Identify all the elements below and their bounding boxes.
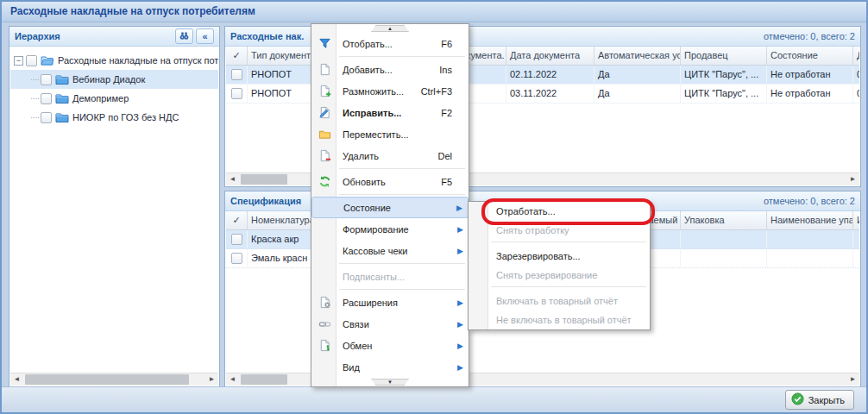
collapse-panel-button[interactable]: « xyxy=(196,28,214,44)
column-header[interactable]: Продавец xyxy=(681,47,767,65)
menu-item-label: Подписанты... xyxy=(343,272,457,282)
table-cell xyxy=(226,85,248,103)
column-header[interactable]: Автоматическая ус xyxy=(594,47,681,65)
menu-separator xyxy=(469,240,650,247)
column-header[interactable]: Д xyxy=(853,47,859,65)
menu-item-label: Расширения xyxy=(343,298,457,308)
menu-scroll-up[interactable]: ▲ xyxy=(311,24,469,33)
collapse-icon: « xyxy=(202,31,207,41)
table-cell xyxy=(767,249,853,267)
menu-item[interactable]: Состояние▶ xyxy=(311,197,469,218)
table-cell: ЦИТК "Парус", ... xyxy=(681,66,767,84)
table-cell xyxy=(226,66,248,84)
scroll-thumb[interactable] xyxy=(25,374,189,385)
tree-item[interactable]: Вебинар Диадок xyxy=(10,70,218,89)
move-icon xyxy=(313,128,336,141)
folder-closed-icon xyxy=(55,72,69,86)
menu-item[interactable]: Зарезервировать... xyxy=(469,247,650,266)
scroll-thumb[interactable] xyxy=(241,174,287,185)
state-submenu: Отработать...Снять отработкуЗарезервиров… xyxy=(468,201,651,330)
column-header[interactable]: Дата документа xyxy=(506,47,594,65)
menu-item-shortcut: Del xyxy=(437,151,452,161)
scroll-thumb[interactable] xyxy=(241,374,287,385)
bottom-bar: Закрыть xyxy=(2,386,866,412)
scroll-right-arrow[interactable]: ► xyxy=(205,373,218,386)
menu-item-label: Кассовые чеки xyxy=(343,246,457,256)
table-cell: Да xyxy=(594,85,681,103)
row-checkbox[interactable] xyxy=(231,69,242,80)
column-header[interactable]: И xyxy=(853,211,859,229)
table-cell: Не отработан xyxy=(767,66,853,84)
tree-item[interactable]: Демопример xyxy=(10,89,218,108)
menu-item[interactable]: Отработать... xyxy=(469,202,650,221)
tree-item-label: НИОКР по ГОЗ без НДС xyxy=(72,112,179,122)
menu-item: Не включать в товарный отчёт xyxy=(469,310,650,329)
menu-scroll-down[interactable]: ▼ xyxy=(311,378,469,386)
row-checkbox[interactable] xyxy=(231,88,242,99)
find-button[interactable] xyxy=(175,28,193,44)
duplicate-icon xyxy=(313,85,336,97)
column-header[interactable]: Состояние xyxy=(767,47,853,65)
menu-item[interactable]: Переместить... xyxy=(311,123,469,145)
menu-item[interactable]: Отобрать...F6 xyxy=(311,33,469,54)
menu-item-shortcut: F5 xyxy=(441,177,452,187)
tree-checkbox[interactable] xyxy=(41,74,52,85)
tree-expander[interactable]: − xyxy=(14,56,23,66)
menu-item[interactable]: Обмен▶ xyxy=(311,335,469,356)
context-menu: ▲Отобрать...F6Добавить...InsРазмножить..… xyxy=(311,23,469,387)
menu-item: Снять отработку xyxy=(469,221,650,240)
scroll-left-arrow[interactable]: ◄ xyxy=(226,373,239,386)
tree-checkbox[interactable] xyxy=(26,55,37,66)
table-cell: Не отработан xyxy=(767,85,853,103)
tree-connector xyxy=(31,117,39,118)
menu-item[interactable]: Расширения▶ xyxy=(311,292,469,313)
menu-item-label: Добавить... xyxy=(343,65,439,75)
menu-item[interactable]: УдалитьDel xyxy=(311,145,469,166)
menu-item-label: Снять отработку xyxy=(496,225,638,235)
refresh-icon xyxy=(313,175,336,188)
menu-item: Снять резервирование xyxy=(469,266,650,285)
specification-counter: отмечено: 0, всего: 2 xyxy=(764,196,855,206)
column-header[interactable]: Наименование упа xyxy=(767,211,853,229)
links-icon xyxy=(313,317,336,330)
tree-checkbox[interactable] xyxy=(41,112,52,123)
tree-item[interactable]: −Расходные накладные на отпуск потре xyxy=(10,51,218,70)
menu-item[interactable]: Исправить...F2 xyxy=(311,102,469,123)
row-checkbox[interactable] xyxy=(231,253,242,264)
menu-item[interactable]: ОбновитьF5 xyxy=(311,171,469,192)
menu-item-label: Связи xyxy=(343,319,457,329)
column-header[interactable]: Упаковка xyxy=(681,211,767,229)
menu-item[interactable]: Размножить...Ctrl+F3 xyxy=(311,80,469,102)
binoculars-icon xyxy=(179,30,190,43)
scroll-down-icon: ▼ xyxy=(371,379,409,386)
menu-item[interactable]: Связи▶ xyxy=(311,313,469,335)
tree-item-label: Вебинар Диадок xyxy=(72,74,145,85)
scroll-right-arrow[interactable]: ► xyxy=(846,373,859,386)
close-button[interactable]: Закрыть xyxy=(785,390,854,410)
tree-checkbox[interactable] xyxy=(41,93,52,104)
scroll-left-arrow[interactable]: ◄ xyxy=(226,173,239,185)
column-header[interactable]: ✓ xyxy=(226,211,248,229)
window-title: Расходные накладные на отпуск потребител… xyxy=(2,2,866,22)
menu-item[interactable]: Формирование▶ xyxy=(311,218,469,240)
tree-item-label: Расходные накладные на отпуск потре xyxy=(58,55,218,66)
table-cell: 02.11.2022 xyxy=(506,66,594,84)
submenu-arrow-icon: ▶ xyxy=(456,204,465,212)
folder-closed-icon xyxy=(55,110,69,124)
menu-item[interactable]: Вид▶ xyxy=(311,356,469,378)
filter-icon xyxy=(313,37,336,50)
scroll-right-arrow[interactable]: ► xyxy=(846,173,859,185)
table-cell: 03. xyxy=(853,85,859,103)
column-header[interactable]: ✓ xyxy=(226,47,248,65)
menu-separator xyxy=(469,285,650,292)
menu-item[interactable]: Кассовые чеки▶ xyxy=(311,240,469,261)
scroll-left-arrow[interactable]: ◄ xyxy=(10,373,23,386)
menu-item-label: Зарезервировать... xyxy=(496,251,638,261)
row-checkbox[interactable] xyxy=(231,234,242,245)
table-cell: Да xyxy=(594,66,681,84)
menu-item[interactable]: Добавить...Ins xyxy=(311,59,469,80)
table-cell xyxy=(681,230,767,248)
delete-icon xyxy=(313,149,336,162)
tree-item[interactable]: НИОКР по ГОЗ без НДС xyxy=(10,108,218,127)
menu-item: Подписанты... xyxy=(311,266,469,287)
